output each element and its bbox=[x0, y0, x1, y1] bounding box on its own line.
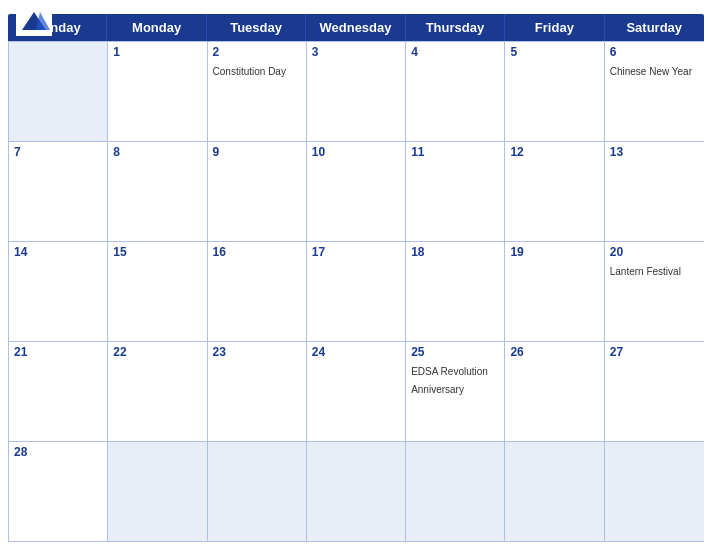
calendar-grid: SundayMondayTuesdayWednesdayThursdayFrid… bbox=[0, 14, 712, 550]
day-number: 9 bbox=[213, 145, 301, 159]
day-number: 5 bbox=[510, 45, 598, 59]
day-cell: 3 bbox=[307, 42, 406, 141]
day-cell: 9 bbox=[208, 142, 307, 241]
day-number: 8 bbox=[113, 145, 201, 159]
day-number: 23 bbox=[213, 345, 301, 359]
week-row-3: 14151617181920Lantern Festival bbox=[9, 241, 704, 341]
day-number: 22 bbox=[113, 345, 201, 359]
day-cell: 12 bbox=[505, 142, 604, 241]
day-cell: 18 bbox=[406, 242, 505, 341]
event-text: Constitution Day bbox=[213, 66, 286, 77]
event-text: Lantern Festival bbox=[610, 266, 681, 277]
day-number: 11 bbox=[411, 145, 499, 159]
day-number: 2 bbox=[213, 45, 301, 59]
calendar-container: SundayMondayTuesdayWednesdayThursdayFrid… bbox=[0, 0, 712, 550]
day-number: 10 bbox=[312, 145, 400, 159]
day-cell: 7 bbox=[9, 142, 108, 241]
day-cell: 16 bbox=[208, 242, 307, 341]
week-row-5: 28 bbox=[9, 441, 704, 541]
day-header-saturday: Saturday bbox=[605, 14, 704, 41]
day-number: 24 bbox=[312, 345, 400, 359]
day-number: 6 bbox=[610, 45, 699, 59]
day-cell bbox=[505, 442, 604, 541]
day-number: 13 bbox=[610, 145, 699, 159]
day-number: 7 bbox=[14, 145, 102, 159]
day-headers-row: SundayMondayTuesdayWednesdayThursdayFrid… bbox=[8, 14, 704, 41]
day-number: 12 bbox=[510, 145, 598, 159]
day-cell: 20Lantern Festival bbox=[605, 242, 704, 341]
day-cell: 11 bbox=[406, 142, 505, 241]
day-cell: 5 bbox=[505, 42, 604, 141]
day-cell: 14 bbox=[9, 242, 108, 341]
generalblue-logo-icon bbox=[16, 8, 52, 36]
header bbox=[0, 0, 712, 14]
day-cell: 1 bbox=[108, 42, 207, 141]
day-number: 25 bbox=[411, 345, 499, 359]
day-number: 19 bbox=[510, 245, 598, 259]
day-number: 28 bbox=[14, 445, 102, 459]
logo-area bbox=[16, 8, 52, 38]
day-header-monday: Monday bbox=[107, 14, 206, 41]
day-cell: 10 bbox=[307, 142, 406, 241]
day-cell bbox=[406, 442, 505, 541]
weeks-container: 12Constitution Day3456Chinese New Year78… bbox=[8, 41, 704, 542]
day-number: 16 bbox=[213, 245, 301, 259]
week-row-2: 78910111213 bbox=[9, 141, 704, 241]
day-cell: 23 bbox=[208, 342, 307, 441]
day-number: 14 bbox=[14, 245, 102, 259]
day-cell bbox=[9, 42, 108, 141]
day-header-friday: Friday bbox=[505, 14, 604, 41]
day-cell: 13 bbox=[605, 142, 704, 241]
day-number: 21 bbox=[14, 345, 102, 359]
day-number: 15 bbox=[113, 245, 201, 259]
event-text: EDSA Revolution Anniversary bbox=[411, 366, 488, 395]
day-cell bbox=[307, 442, 406, 541]
day-cell: 15 bbox=[108, 242, 207, 341]
event-text: Chinese New Year bbox=[610, 66, 692, 77]
day-cell: 17 bbox=[307, 242, 406, 341]
day-cell: 27 bbox=[605, 342, 704, 441]
day-cell bbox=[208, 442, 307, 541]
day-number: 27 bbox=[610, 345, 699, 359]
day-cell: 4 bbox=[406, 42, 505, 141]
day-cell: 21 bbox=[9, 342, 108, 441]
day-number: 17 bbox=[312, 245, 400, 259]
day-cell: 6Chinese New Year bbox=[605, 42, 704, 141]
day-number: 20 bbox=[610, 245, 699, 259]
day-header-wednesday: Wednesday bbox=[306, 14, 405, 41]
day-number: 18 bbox=[411, 245, 499, 259]
day-number: 1 bbox=[113, 45, 201, 59]
day-cell bbox=[605, 442, 704, 541]
day-number: 3 bbox=[312, 45, 400, 59]
day-cell: 26 bbox=[505, 342, 604, 441]
day-header-thursday: Thursday bbox=[406, 14, 505, 41]
day-number: 4 bbox=[411, 45, 499, 59]
day-header-tuesday: Tuesday bbox=[207, 14, 306, 41]
day-cell bbox=[108, 442, 207, 541]
day-cell: 24 bbox=[307, 342, 406, 441]
day-cell: 2Constitution Day bbox=[208, 42, 307, 141]
day-cell: 25EDSA Revolution Anniversary bbox=[406, 342, 505, 441]
day-cell: 19 bbox=[505, 242, 604, 341]
week-row-4: 2122232425EDSA Revolution Anniversary262… bbox=[9, 341, 704, 441]
day-cell: 8 bbox=[108, 142, 207, 241]
day-cell: 22 bbox=[108, 342, 207, 441]
day-cell: 28 bbox=[9, 442, 108, 541]
week-row-1: 12Constitution Day3456Chinese New Year bbox=[9, 41, 704, 141]
day-number: 26 bbox=[510, 345, 598, 359]
